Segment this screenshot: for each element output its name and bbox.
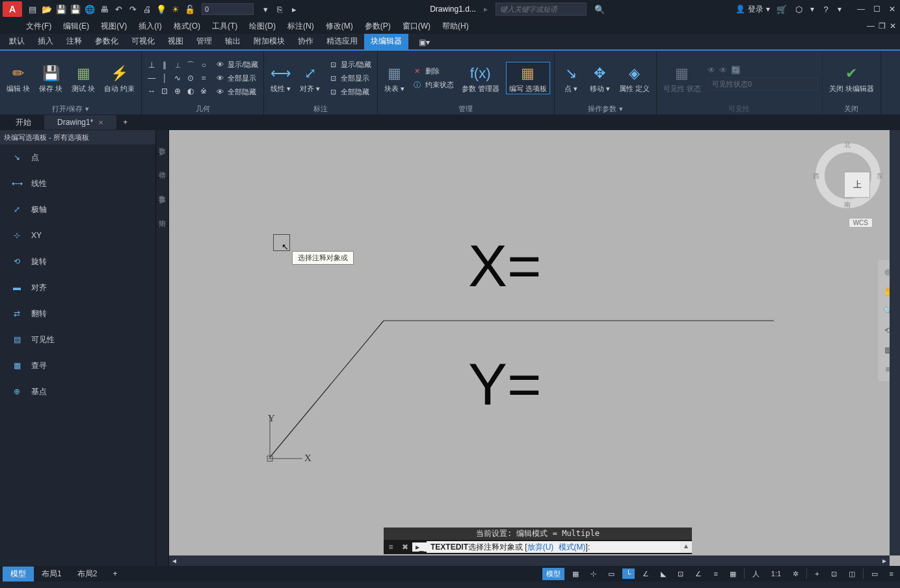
layout-1[interactable]: 布局1 [34, 567, 70, 581]
command-input[interactable]: TEXTEDIT 选择注释对象或 [放弃(U) 模式(M)]: [427, 541, 680, 553]
annot-show-all-button[interactable]: ⊡全部显示 [326, 72, 373, 84]
layout-add[interactable]: + [105, 567, 125, 580]
status-grid-icon[interactable]: ▦ [568, 568, 583, 580]
tab-parametric[interactable]: 参数化 [88, 33, 125, 49]
text-x[interactable]: X= [468, 233, 542, 300]
status-trans-icon[interactable]: ▦ [726, 568, 740, 580]
geom-icon[interactable]: ⟂ [172, 59, 183, 71]
cart-icon[interactable]: 🛒 [776, 4, 787, 14]
geom-icon[interactable]: = [198, 72, 209, 84]
geom-icon[interactable]: ⊡ [159, 85, 170, 97]
side-tab-param[interactable]: 参数 [156, 130, 168, 154]
tab-insert[interactable]: 插入 [31, 33, 60, 49]
horizontal-scrollbar[interactable]: ◂▸ [169, 555, 890, 566]
palette-align[interactable]: ▬对齐 [0, 274, 155, 301]
status-scale[interactable]: 1:1 [767, 568, 785, 579]
palette-xy[interactable]: ⊹XY [0, 222, 155, 248]
drawing-canvas[interactable]: Y X X= Y= ↖ 选择注释对象或 上 北 南 东 西 WCS ◎ ✋ 🔍 … [169, 130, 900, 566]
save-icon[interactable]: 💾 [56, 4, 66, 14]
auto-constrain-button[interactable]: ⚡自动 约束 [101, 62, 137, 94]
doc-min-button[interactable]: — [867, 21, 875, 31]
login-button[interactable]: 👤 登录 ▾ [735, 4, 770, 15]
menu-window[interactable]: 窗口(W) [403, 21, 430, 32]
show-all-button[interactable]: 👁全部显示 [213, 72, 259, 84]
block-table-button[interactable]: ▦块表 ▾ [382, 62, 407, 94]
palette-basepoint[interactable]: ⊕基点 [0, 379, 155, 405]
tab-featured[interactable]: 精选应用 [320, 33, 364, 49]
tab-default[interactable]: 默认 [3, 33, 31, 49]
status-annot-icon[interactable]: 人 [748, 568, 763, 580]
redo-icon[interactable]: ↷ [127, 4, 138, 14]
geom-icon[interactable]: ⊥ [146, 59, 157, 71]
status-ortho-icon[interactable]: └ [622, 568, 635, 579]
geom-icon[interactable]: ⌒ [185, 59, 196, 71]
status-model[interactable]: 模型 [542, 568, 564, 580]
close-tab-icon[interactable]: ✕ [98, 119, 103, 126]
minimize-button[interactable]: — [856, 4, 866, 14]
annot-hide-all-button[interactable]: ⊡全部隐藏 [326, 86, 373, 98]
menu-file[interactable]: 文件(F) [26, 21, 51, 32]
layout-model[interactable]: 模型 [3, 567, 34, 581]
annot-show-hide-button[interactable]: ⊡显示/隐藏 [326, 59, 373, 70]
palette-lookup[interactable]: ▦查寻 [0, 353, 155, 379]
tab-visualize[interactable]: 可视化 [125, 33, 161, 49]
status-iso-icon[interactable]: ◣ [657, 568, 670, 580]
layout-2[interactable]: 布局2 [70, 567, 105, 581]
search-input[interactable] [496, 3, 587, 16]
help-icon[interactable]: ? [821, 4, 831, 14]
palette-flip[interactable]: ⇄翻转 [0, 301, 155, 327]
menu-help[interactable]: 帮助(H) [442, 21, 469, 32]
status-lwt-icon[interactable]: ≡ [709, 568, 721, 579]
geom-icon[interactable]: ∥ [159, 59, 170, 71]
menu-format[interactable]: 格式(O) [174, 21, 200, 32]
status-plus-icon[interactable]: + [811, 568, 823, 579]
edit-block-button[interactable]: ✏编辑 块 [4, 62, 33, 94]
param-manager-button[interactable]: f(x)参数 管理器 [459, 62, 502, 94]
dropdown-icon[interactable]: ▾ [260, 4, 271, 14]
geom-icon[interactable]: │ [159, 72, 170, 84]
test-block-button[interactable]: ▦测试 块 [69, 62, 98, 94]
show-hide-button[interactable]: 👁显示/隐藏 [213, 59, 259, 70]
new-icon[interactable]: ▤ [27, 4, 38, 14]
geom-icon[interactable]: ⊙ [185, 72, 196, 84]
status-custom-icon[interactable]: ≡ [886, 568, 897, 579]
maximize-button[interactable]: ☐ [871, 4, 882, 14]
app-logo[interactable]: A [3, 1, 22, 17]
palette-point[interactable]: ↘点 [0, 144, 155, 170]
geom-icon[interactable]: ◐ [185, 85, 196, 97]
status-iso2-icon[interactable]: ◫ [845, 568, 859, 580]
tab-annotate[interactable]: 注释 [60, 33, 88, 49]
menu-edit[interactable]: 编辑(E) [63, 21, 89, 32]
vertical-scrollbar[interactable] [890, 130, 900, 555]
add-tab-button[interactable]: + [116, 115, 134, 129]
point-button[interactable]: ↘点 ▾ [559, 62, 583, 94]
search-icon[interactable]: 🔍 [594, 4, 605, 14]
author-palette-button[interactable]: ▦编写 选项板 [506, 62, 550, 94]
saveas-icon[interactable]: 💾 [70, 4, 81, 14]
palette-visibility[interactable]: ▤可见性 [0, 327, 155, 353]
status-track-icon[interactable]: ∠ [691, 568, 706, 580]
status-polar-icon[interactable]: ∠ [639, 568, 653, 580]
tab-extra[interactable]: ▣▾ [414, 35, 435, 49]
status-btn-icon[interactable]: ▭ [604, 568, 618, 580]
delete-button[interactable]: ✕删除 [411, 66, 455, 77]
web-icon[interactable]: 🌐 [85, 4, 95, 14]
align-button[interactable]: ⤢对齐 ▾ [297, 62, 323, 94]
tab-blockeditor[interactable]: 块编辑器 [364, 33, 408, 49]
tab-drawing1[interactable]: Drawing1*✕ [44, 115, 116, 129]
bulb-icon[interactable]: 💡 [156, 4, 166, 14]
side-tab-constraint[interactable]: 约束 [156, 202, 168, 226]
status-clean-icon[interactable]: ▭ [867, 568, 882, 580]
close-button[interactable]: ✕ [887, 4, 897, 14]
geom-icon[interactable]: ∿ [172, 72, 183, 84]
tab-output[interactable]: 输出 [218, 33, 247, 49]
linear-button[interactable]: ⟷线性 ▾ [268, 62, 293, 94]
constr-button[interactable]: ⓘ约束状态 [411, 79, 455, 91]
menu-dim[interactable]: 标注(N) [287, 21, 314, 32]
menu-modify[interactable]: 修改(M) [326, 21, 353, 32]
side-tab-paramset[interactable]: 参数集 [156, 178, 168, 202]
more-icon[interactable]: ▸ [289, 4, 299, 14]
doc-close-button[interactable]: ✕ [890, 21, 896, 31]
side-tab-action[interactable]: 动作 [156, 154, 168, 178]
wcs-badge[interactable]: WCS [849, 218, 873, 228]
